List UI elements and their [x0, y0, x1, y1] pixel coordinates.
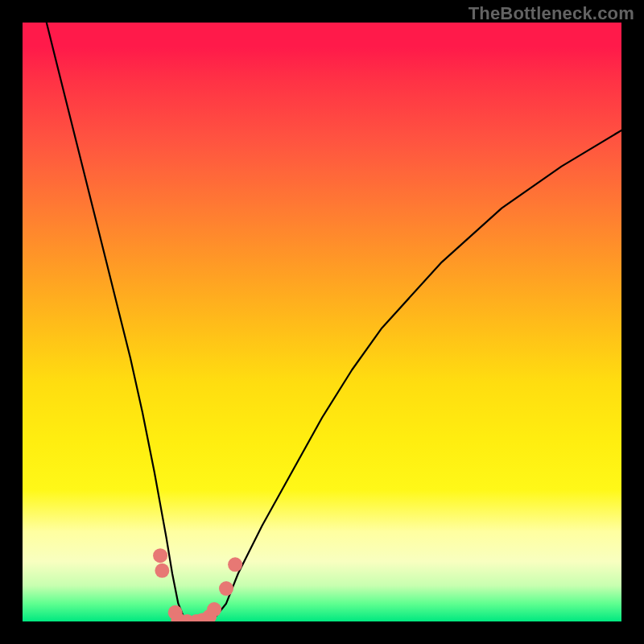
marker-dot	[155, 564, 169, 578]
marker-dot	[153, 548, 167, 563]
chart-svg	[23, 23, 621, 621]
heatmap-background	[23, 23, 621, 621]
marker-dot	[219, 581, 233, 596]
marker-dot	[228, 557, 242, 572]
chart-frame: TheBottleneck.com	[0, 0, 644, 644]
credit-label: TheBottleneck.com	[469, 3, 634, 24]
bottleneck-curve	[47, 23, 621, 621]
marker-group	[153, 548, 242, 621]
marker-dot	[207, 602, 221, 617]
